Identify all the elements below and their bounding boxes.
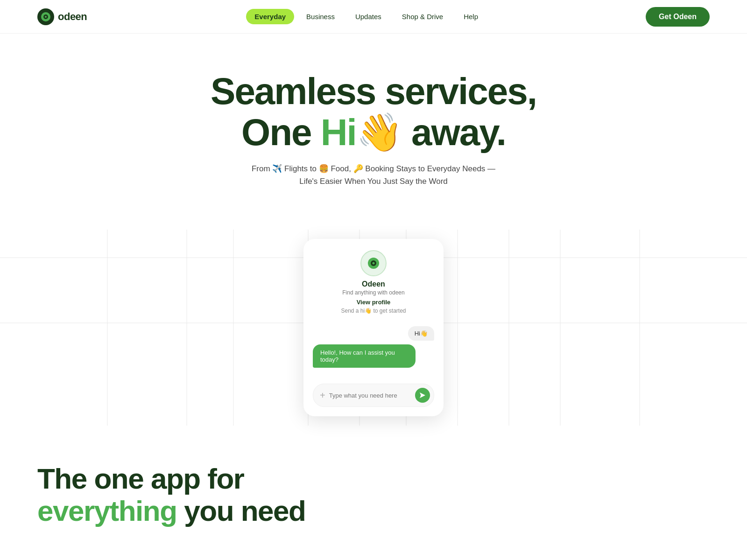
hero-title-line1: Seamless services, <box>19 71 728 112</box>
hero-title-line2: One Hi👋 away. <box>19 112 728 153</box>
svg-point-3 <box>45 16 47 18</box>
chat-input-bar: + <box>313 384 434 407</box>
chat-messages: Hi👋 Hello!, How can I assist you today? <box>313 322 434 376</box>
bottom-line2-suffix: you need <box>177 495 306 527</box>
phone-tagline: Find anything with odeen <box>342 289 404 296</box>
chat-msg-user: Hi👋 <box>313 326 434 341</box>
nav-updates[interactable]: Updates <box>347 9 390 24</box>
chat-bubble-odeen: Hello!, How can I assist you today? <box>313 344 416 368</box>
bottom-line1: The one app for <box>37 462 244 495</box>
get-odeen-button[interactable]: Get Odeen <box>646 7 710 27</box>
logo[interactable]: odeen <box>37 8 87 25</box>
hero-section: Seamless services, One Hi👋 away. From ✈️… <box>0 34 747 230</box>
hero-title-suffix: away. <box>402 112 506 153</box>
send-icon <box>419 392 426 399</box>
odeen-avatar <box>360 250 387 276</box>
chat-bubble-user: Hi👋 <box>408 326 434 341</box>
mockup-area: Odeen Find anything with odeen View prof… <box>0 230 747 426</box>
nav-business[interactable]: Business <box>298 9 343 24</box>
logo-text: odeen <box>58 11 87 23</box>
svg-point-19 <box>373 262 375 265</box>
nav-everyday[interactable]: Everyday <box>246 9 294 24</box>
nav-links: Everyday Business Updates Shop & Drive H… <box>246 9 486 24</box>
phone-profile: Odeen Find anything with odeen View prof… <box>313 250 434 314</box>
hero-title-prefix: One <box>241 112 321 153</box>
chat-msg-odeen: Hello!, How can I assist you today? <box>313 344 434 368</box>
view-profile-link[interactable]: View profile <box>357 299 391 306</box>
hero-subtitle: From ✈️ Flights to 🍔 Food, 🔑 Booking Sta… <box>243 162 504 188</box>
bottom-section: The one app for everything you need <box>0 426 747 545</box>
navbar: odeen Everyday Business Updates Shop & D… <box>0 0 747 34</box>
phone-profile-name: Odeen <box>362 280 385 288</box>
chat-plus-icon[interactable]: + <box>320 390 325 401</box>
chat-input[interactable] <box>329 392 415 399</box>
hero-title-hi: Hi👋 <box>321 112 402 153</box>
nav-help[interactable]: Help <box>455 9 486 24</box>
nav-shop-drive[interactable]: Shop & Drive <box>394 9 451 24</box>
bottom-title: The one app for everything you need <box>37 463 710 526</box>
send-hi-text: Send a hi👋 to get started <box>341 308 406 314</box>
phone-chat-card: Odeen Find anything with odeen View prof… <box>303 239 444 416</box>
bottom-line2-green: everything <box>37 495 177 527</box>
chat-send-button[interactable] <box>415 388 430 403</box>
